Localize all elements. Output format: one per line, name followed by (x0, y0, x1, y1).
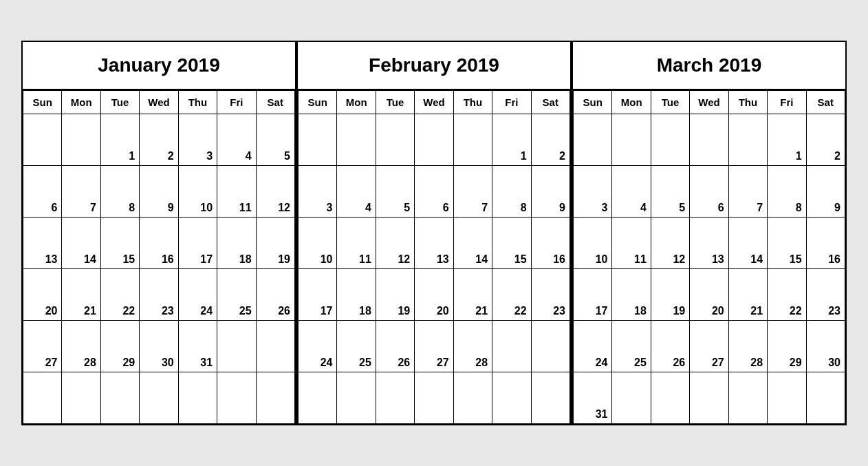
calendar-day-cell: 16 (140, 218, 178, 269)
calendar-day-cell (256, 372, 294, 424)
calendar-table-march: SunMonTueWedThuFriSat1234567891011121314… (573, 90, 845, 424)
calendar-day-cell (453, 372, 492, 424)
table-row: 3456789 (574, 166, 845, 218)
table-row: 20212223242526 (23, 269, 295, 321)
calendar-day-cell: 5 (651, 166, 689, 218)
calendar-day-cell: 28 (453, 321, 492, 372)
day-header-sun: Sun (574, 91, 612, 114)
calendar-day-cell (728, 114, 767, 166)
calendar-day-cell: 23 (140, 269, 178, 321)
calendar-title-february: February 2019 (298, 42, 570, 90)
table-row: 10111213141516 (299, 218, 570, 269)
calendar-day-cell: 21 (728, 269, 767, 321)
calendar-day-cell: 23 (531, 269, 569, 321)
day-header-sun: Sun (23, 91, 62, 114)
calendar-day-cell: 24 (299, 321, 337, 372)
calendar-day-cell: 18 (612, 269, 651, 321)
calendar-title-march: March 2019 (573, 42, 845, 90)
calendar-day-cell: 27 (690, 321, 728, 372)
calendar-day-cell (492, 372, 531, 424)
calendar-day-cell (299, 372, 337, 424)
calendar-day-cell: 6 (415, 166, 453, 218)
table-row (23, 372, 295, 424)
calendar-day-cell: 28 (728, 321, 767, 372)
calendar-day-cell: 28 (62, 321, 100, 372)
calendar-day-cell (651, 114, 689, 166)
calendar-day-cell: 16 (806, 218, 845, 269)
calendar-day-cell (531, 372, 569, 424)
calendar-day-cell (256, 321, 294, 372)
calendar-day-cell: 9 (806, 166, 845, 218)
calendar-day-cell (768, 372, 806, 424)
calendar-day-cell: 25 (217, 269, 256, 321)
calendar-day-cell (23, 372, 62, 424)
calendar-day-cell: 26 (376, 321, 414, 372)
calendar-day-cell: 13 (690, 218, 728, 269)
calendar-day-cell: 13 (415, 218, 453, 269)
calendar-day-cell: 25 (612, 321, 651, 372)
calendar-day-cell: 12 (256, 166, 294, 218)
calendar-day-cell: 10 (574, 218, 612, 269)
calendar-day-cell: 16 (531, 218, 569, 269)
table-row: 13141516171819 (23, 218, 295, 269)
calendar-day-cell: 7 (728, 166, 767, 218)
calendar-day-cell (415, 372, 453, 424)
table-row: 24252627282930 (574, 321, 845, 372)
table-row: 2728293031 (23, 321, 295, 372)
calendar-day-cell (531, 321, 569, 372)
calendar-day-cell: 8 (100, 166, 139, 218)
calendar-day-cell: 29 (768, 321, 806, 372)
calendar-day-cell: 12 (376, 218, 414, 269)
calendar-day-cell (62, 372, 100, 424)
calendar-day-cell (376, 114, 414, 166)
table-row: 31 (574, 372, 845, 424)
calendar-day-cell: 26 (651, 321, 689, 372)
calendar-day-cell: 1 (492, 114, 531, 166)
table-row: 10111213141516 (574, 218, 845, 269)
calendar-day-cell (23, 114, 62, 166)
day-header-thu: Thu (728, 91, 767, 114)
calendar-day-cell (690, 372, 728, 424)
calendar-day-cell: 5 (256, 114, 294, 166)
calendar-day-cell: 12 (651, 218, 689, 269)
calendar-day-cell (651, 372, 689, 424)
table-row: 17181920212223 (574, 269, 845, 321)
calendar-day-cell: 29 (100, 321, 139, 372)
day-header-sat: Sat (256, 91, 294, 114)
calendar-day-cell: 14 (728, 218, 767, 269)
day-header-mon: Mon (337, 91, 376, 114)
calendar-day-cell: 17 (574, 269, 612, 321)
calendar-day-cell: 31 (574, 372, 612, 424)
table-row: 12 (299, 114, 570, 166)
calendar-day-cell (806, 372, 845, 424)
day-header-wed: Wed (415, 91, 453, 114)
calendar-day-cell (453, 114, 492, 166)
calendar-day-cell: 11 (337, 218, 376, 269)
calendar-table-january: SunMonTueWedThuFriSat1234567891011121314… (23, 90, 295, 424)
calendar-day-cell: 3 (299, 166, 337, 218)
calendar-day-cell (299, 114, 337, 166)
day-header-thu: Thu (453, 91, 492, 114)
calendar-day-cell (62, 114, 100, 166)
day-header-fri: Fri (768, 91, 806, 114)
calendar-day-cell: 21 (453, 269, 492, 321)
day-header-sat: Sat (531, 91, 569, 114)
table-row: 12345 (23, 114, 295, 166)
table-row: 2425262728 (299, 321, 570, 372)
table-row: 6789101112 (23, 166, 295, 218)
calendar-day-cell (217, 321, 256, 372)
calendar-day-cell: 30 (806, 321, 845, 372)
calendar-day-cell: 13 (23, 218, 62, 269)
calendar-day-cell: 15 (100, 218, 139, 269)
calendar-day-cell: 1 (100, 114, 139, 166)
calendar-day-cell: 27 (23, 321, 62, 372)
calendar-day-cell: 14 (453, 218, 492, 269)
calendar-day-cell: 19 (651, 269, 689, 321)
table-row (299, 372, 570, 424)
calendar-day-cell: 3 (178, 114, 217, 166)
calendar-day-cell (337, 114, 376, 166)
calendar-day-cell: 2 (531, 114, 569, 166)
calendar-day-cell: 20 (690, 269, 728, 321)
day-header-tue: Tue (100, 91, 139, 114)
table-row: 17181920212223 (299, 269, 570, 321)
